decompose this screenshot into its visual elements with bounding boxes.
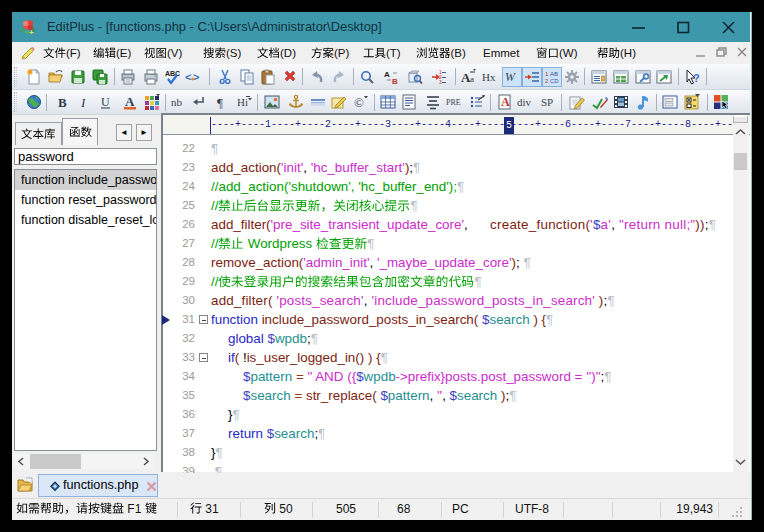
- svg-text:SP: SP: [541, 96, 553, 108]
- svg-text:U: U: [101, 95, 110, 109]
- svg-text:B: B: [58, 95, 67, 110]
- svg-text:Hx: Hx: [482, 71, 496, 83]
- svg-text:div: div: [517, 96, 532, 108]
- svg-text:A: A: [125, 94, 135, 109]
- svg-text:B: B: [392, 77, 398, 85]
- svg-text:3: 3: [439, 79, 442, 85]
- svg-text:<: <: [185, 71, 191, 83]
- svg-text:2: 2: [545, 78, 549, 84]
- svg-text:?: ?: [693, 72, 700, 84]
- svg-text:nb: nb: [171, 96, 183, 108]
- svg-text:>: >: [193, 71, 199, 83]
- svg-text:+: +: [29, 28, 34, 36]
- svg-text:AB: AB: [550, 71, 558, 77]
- svg-text:ABC: ABC: [165, 70, 180, 77]
- svg-text:1: 1: [545, 71, 549, 77]
- svg-text:W: W: [505, 70, 516, 84]
- svg-text:a: a: [470, 74, 474, 84]
- svg-text:Hi: Hi: [237, 96, 248, 108]
- svg-text:A: A: [501, 95, 510, 109]
- svg-text:CD: CD: [550, 78, 559, 84]
- svg-text:¶: ¶: [217, 95, 223, 110]
- svg-text:PRE: PRE: [446, 98, 461, 107]
- svg-text:©: ©: [354, 95, 364, 110]
- svg-text:A: A: [384, 70, 390, 79]
- svg-text:I: I: [80, 95, 86, 110]
